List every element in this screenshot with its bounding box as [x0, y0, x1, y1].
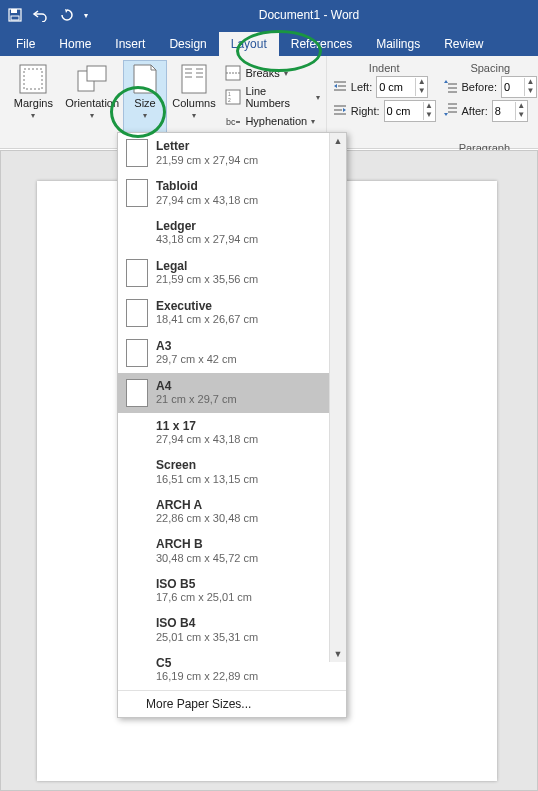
ribbon-tabs: File Home Insert Design Layout Reference… [0, 30, 538, 56]
size-option-11-x-17[interactable]: 11 x 1727,94 cm x 43,18 cm [118, 413, 346, 453]
size-scrollbar[interactable]: ▲ ▼ [329, 133, 346, 662]
size-option-letter[interactable]: Letter21,59 cm x 27,94 cm [118, 133, 346, 173]
svg-rect-1 [11, 9, 17, 13]
hyphenation-icon: bc [225, 113, 241, 129]
svg-text:bc: bc [226, 117, 236, 127]
size-option-c5[interactable]: C516,19 cm x 22,89 cm [118, 650, 346, 690]
size-list: ▲ ▼ Letter21,59 cm x 27,94 cmTabloid27,9… [118, 133, 346, 690]
size-dimensions: 27,94 cm x 43,18 cm [156, 433, 258, 446]
size-option-iso-b4[interactable]: ISO B425,01 cm x 35,31 cm [118, 610, 346, 650]
svg-text:2: 2 [228, 97, 231, 103]
size-name: Tabloid [156, 179, 258, 193]
columns-icon [178, 63, 210, 95]
chevron-down-icon: ▾ [143, 111, 147, 120]
page-icon [126, 299, 148, 327]
size-name: A3 [156, 339, 237, 353]
spacing-before-icon [444, 79, 458, 95]
size-option-screen[interactable]: Screen16,51 cm x 13,15 cm [118, 452, 346, 492]
size-dimensions: 27,94 cm x 43,18 cm [156, 194, 258, 207]
size-menu: ▲ ▼ Letter21,59 cm x 27,94 cmTabloid27,9… [117, 132, 347, 718]
tab-design[interactable]: Design [157, 32, 218, 56]
size-option-a3[interactable]: A329,7 cm x 42 cm [118, 333, 346, 373]
chevron-down-icon: ▾ [284, 69, 288, 78]
page-icon [126, 339, 148, 367]
page-icon [126, 259, 148, 287]
size-option-arch-a[interactable]: ARCH A22,86 cm x 30,48 cm [118, 492, 346, 532]
size-name: Ledger [156, 219, 258, 233]
tab-file[interactable]: File [4, 32, 47, 56]
size-name: Legal [156, 259, 258, 273]
more-paper-sizes[interactable]: More Paper Sizes... [118, 690, 346, 717]
size-option-executive[interactable]: Executive18,41 cm x 26,67 cm [118, 293, 346, 333]
chevron-down-icon: ▾ [31, 111, 35, 120]
size-name: Screen [156, 458, 258, 472]
line-numbers-button[interactable]: 12 Line Numbers▾ [225, 86, 319, 108]
chevron-down-icon: ▾ [311, 117, 315, 126]
size-name: Letter [156, 139, 258, 153]
spin-down-icon[interactable]: ▼ [415, 87, 427, 96]
size-dimensions: 30,48 cm x 45,72 cm [156, 552, 258, 565]
spacing-before-input[interactable]: ▲▼ [501, 76, 537, 98]
spacing-section: Spacing Before: ▲▼ After: ▲▼ [440, 60, 538, 126]
size-option-tabloid[interactable]: Tabloid27,94 cm x 43,18 cm [118, 173, 346, 213]
indent-left-icon [333, 79, 347, 95]
orientation-button[interactable]: Orientation ▾ [61, 60, 124, 144]
undo-icon[interactable] [32, 8, 50, 22]
scroll-down-icon[interactable]: ▼ [330, 646, 346, 662]
size-name: A4 [156, 379, 237, 393]
size-option-legal[interactable]: Legal21,59 cm x 35,56 cm [118, 253, 346, 293]
size-name: ARCH B [156, 537, 258, 551]
size-name: ISO B5 [156, 577, 252, 591]
size-dimensions: 17,6 cm x 25,01 cm [156, 591, 252, 604]
paragraph-group: Indent Left: ▲▼ Right: ▲▼ Spacing Before… [327, 56, 538, 148]
tab-review[interactable]: Review [432, 32, 495, 56]
size-name: C5 [156, 656, 258, 670]
size-dimensions: 29,7 cm x 42 cm [156, 353, 237, 366]
size-option-a4[interactable]: A421 cm x 29,7 cm [118, 373, 346, 413]
size-name: ARCH A [156, 498, 258, 512]
tab-layout[interactable]: Layout [219, 32, 279, 56]
indent-right-icon [333, 103, 347, 119]
size-dimensions: 18,41 cm x 26,67 cm [156, 313, 258, 326]
breaks-icon [225, 65, 241, 81]
size-dimensions: 21,59 cm x 35,56 cm [156, 273, 258, 286]
spin-down-icon[interactable]: ▼ [524, 87, 536, 96]
size-dimensions: 43,18 cm x 27,94 cm [156, 233, 258, 246]
size-option-iso-b5[interactable]: ISO B517,6 cm x 25,01 cm [118, 571, 346, 611]
breaks-button[interactable]: Breaks▾ [225, 62, 319, 84]
window-title: Document1 - Word [88, 8, 530, 22]
spacing-after-icon [444, 103, 458, 119]
size-dimensions: 25,01 cm x 35,31 cm [156, 631, 258, 644]
page-icon [126, 139, 148, 167]
spin-down-icon[interactable]: ▼ [423, 111, 435, 120]
title-bar: ▾ Document1 - Word [0, 0, 538, 30]
size-dimensions: 16,51 cm x 13,15 cm [156, 473, 258, 486]
size-option-ledger[interactable]: Ledger43,18 cm x 27,94 cm [118, 213, 346, 253]
tab-insert[interactable]: Insert [103, 32, 157, 56]
spin-down-icon[interactable]: ▼ [515, 111, 527, 120]
tab-mailings[interactable]: Mailings [364, 32, 432, 56]
svg-rect-2 [11, 16, 19, 20]
tab-home[interactable]: Home [47, 32, 103, 56]
page-icon [126, 179, 148, 207]
page-icon [126, 379, 148, 407]
size-name: Executive [156, 299, 258, 313]
line-numbers-icon: 12 [225, 89, 241, 105]
size-dimensions: 21 cm x 29,7 cm [156, 393, 237, 406]
indent-left-input[interactable]: ▲▼ [376, 76, 428, 98]
chevron-down-icon: ▾ [316, 93, 320, 102]
save-icon[interactable] [8, 8, 22, 22]
indent-right-input[interactable]: ▲▼ [384, 100, 436, 122]
quick-access-toolbar: ▾ [8, 8, 88, 22]
size-option-arch-b[interactable]: ARCH B30,48 cm x 45,72 cm [118, 531, 346, 571]
redo-icon[interactable] [60, 8, 74, 22]
tab-references[interactable]: References [279, 32, 364, 56]
margins-button[interactable]: Margins ▾ [6, 60, 61, 144]
spacing-after-input[interactable]: ▲▼ [492, 100, 528, 122]
size-name: ISO B4 [156, 616, 258, 630]
hyphenation-button[interactable]: bc Hyphenation▾ [225, 110, 319, 132]
scroll-up-icon[interactable]: ▲ [330, 133, 346, 149]
size-name: 11 x 17 [156, 419, 258, 433]
orientation-icon [76, 63, 108, 95]
margins-icon [17, 63, 49, 95]
